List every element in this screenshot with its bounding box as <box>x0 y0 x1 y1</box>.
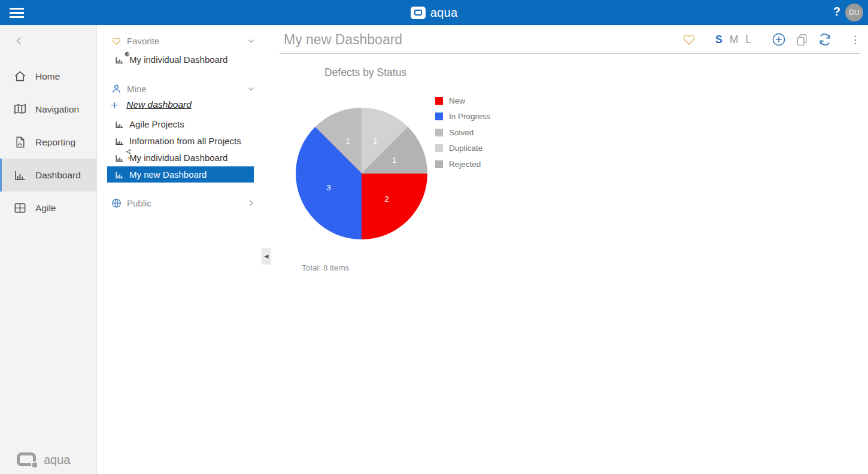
bar-chart-icon <box>13 168 27 182</box>
add-widget-button[interactable] <box>772 32 786 47</box>
sidebar: Home Navigation Reporting Dashboard Agil… <box>0 25 97 474</box>
chart-title: Defects by Status <box>324 66 406 79</box>
favorite-heart-button[interactable] <box>682 32 696 47</box>
sidebar-brand: aqua <box>16 451 71 468</box>
pie-slice-value: 2 <box>384 195 389 203</box>
mini-chart-icon <box>114 120 125 129</box>
sidebar-item-agile[interactable]: Agile <box>0 192 97 224</box>
header-divider <box>280 53 860 54</box>
share-badge-icon <box>126 149 131 154</box>
pie-slice-value: 1 <box>346 136 351 145</box>
chevron-down-icon[interactable] <box>247 84 256 93</box>
aqua-logo-icon <box>411 7 426 19</box>
map-icon <box>13 102 27 116</box>
dashboards-panel: Favorite My individual Dashboard Mine + … <box>98 25 272 474</box>
legend-swatch <box>435 97 443 105</box>
dashboard-item-agile-projects[interactable]: Agile Projects <box>107 116 254 132</box>
legend-swatch <box>435 160 443 168</box>
section-label: Favorite <box>127 36 159 46</box>
chevron-left-icon <box>13 35 25 47</box>
dashboard-item-label: My individual Dashboard <box>129 153 227 163</box>
section-label: Mine <box>127 84 147 94</box>
collapse-panel-handle[interactable]: ◀ <box>262 248 271 265</box>
favorite-dashboard-item[interactable]: My individual Dashboard <box>107 51 254 68</box>
refresh-button[interactable] <box>818 32 832 47</box>
legend-label: In Progress <box>449 112 490 121</box>
size-large-button[interactable]: L <box>745 34 751 46</box>
legend-item: Solved <box>435 124 490 141</box>
report-document-icon <box>13 135 27 149</box>
heart-outline-icon <box>110 35 123 47</box>
legend-item: In Progress <box>435 109 490 125</box>
sidebar-item-dashboard[interactable]: Dashboard <box>0 159 97 192</box>
globe-icon <box>110 198 123 209</box>
plus-icon: + <box>111 99 118 111</box>
dashboard-toolbar: S M L ⋮ <box>682 25 860 54</box>
sidebar-item-navigation[interactable]: Navigation <box>0 93 97 126</box>
pie-slice-value: 3 <box>326 183 331 192</box>
section-label: Public <box>127 198 151 208</box>
size-medium-button[interactable]: M <box>730 34 739 46</box>
mini-chart-icon <box>114 153 125 163</box>
legend-swatch <box>435 113 443 120</box>
mini-chart-icon <box>114 55 125 65</box>
favorite-heart-badge-icon: ♥ <box>128 155 130 161</box>
legend-swatch <box>435 129 443 136</box>
legend-label: Solved <box>449 128 474 137</box>
new-dashboard-link[interactable]: + New dashboard <box>111 98 192 112</box>
dashboard-item-my-new-dashboard[interactable]: My new Dashboard <box>107 166 254 183</box>
pie-slice-value: 1 <box>373 136 378 145</box>
legend-swatch <box>435 144 443 152</box>
pie-chart[interactable]: 23111 <box>296 108 427 239</box>
refresh-icon <box>818 32 832 47</box>
help-button[interactable]: ? <box>833 5 840 19</box>
dashboard-item-information-from-all-projects[interactable]: Information from all Projects <box>107 133 254 149</box>
dashboard-item-my-individual-dashboard[interactable]: ♥ My individual Dashboard <box>107 150 254 166</box>
legend-item: Duplicate <box>435 141 490 157</box>
brand-name: aqua <box>430 6 458 20</box>
person-icon <box>110 83 123 95</box>
heart-outline-icon <box>682 32 696 47</box>
dashboard-item-label: My individual Dashboard <box>129 54 227 65</box>
board-grid-icon <box>13 201 27 215</box>
chevron-right-icon[interactable] <box>247 199 256 208</box>
legend-item: Rejected <box>435 156 490 172</box>
sidebar-brand-name: aqua <box>44 453 71 467</box>
page-title: My new Dashboard <box>284 32 402 48</box>
top-bar: aqua ? DU <box>0 0 868 25</box>
legend-label: Duplicate <box>449 144 482 153</box>
home-icon <box>13 69 27 83</box>
chart-total: Total: 8 items <box>302 263 350 272</box>
copy-dashboard-button[interactable] <box>795 33 809 47</box>
mini-chart-icon <box>114 170 125 180</box>
chevron-down-icon[interactable] <box>247 37 256 45</box>
new-dashboard-label: New dashboard <box>126 99 192 110</box>
dashboard-item-label: Information from all Projects <box>129 136 241 146</box>
legend-item: New <box>435 93 490 109</box>
sidebar-item-label: Navigation <box>35 104 79 115</box>
sidebar-item-label: Dashboard <box>35 170 81 181</box>
mini-chart-icon <box>114 136 125 146</box>
circled-plus-icon <box>772 32 786 47</box>
mine-section-header[interactable]: Mine <box>98 81 272 96</box>
sidebar-item-label: Home <box>35 71 60 82</box>
collapse-sidebar-button[interactable] <box>13 35 25 47</box>
clipboard-copy-icon <box>795 33 809 47</box>
main-content: My new Dashboard S M L ⋮ Defects by Stat… <box>272 25 868 474</box>
user-avatar[interactable]: DU <box>845 4 863 22</box>
aqua-logo-icon <box>16 451 38 468</box>
public-section-header[interactable]: Public <box>98 195 272 211</box>
sidebar-item-reporting[interactable]: Reporting <box>0 126 97 159</box>
sidebar-item-label: Agile <box>35 203 56 214</box>
favorite-section-header[interactable]: Favorite <box>98 33 272 48</box>
legend-label: New <box>449 96 465 105</box>
size-small-button[interactable]: S <box>715 34 723 46</box>
chart-legend: NewIn ProgressSolvedDuplicateRejected <box>435 93 490 172</box>
pie-slice-value: 1 <box>392 156 397 165</box>
legend-label: Rejected <box>449 160 481 169</box>
app-brand: aqua <box>0 0 868 25</box>
sidebar-item-home[interactable]: Home <box>0 60 97 93</box>
more-options-button[interactable]: ⋮ <box>850 35 860 45</box>
shared-globe-badge-icon <box>125 51 130 57</box>
sidebar-item-label: Reporting <box>35 137 75 148</box>
